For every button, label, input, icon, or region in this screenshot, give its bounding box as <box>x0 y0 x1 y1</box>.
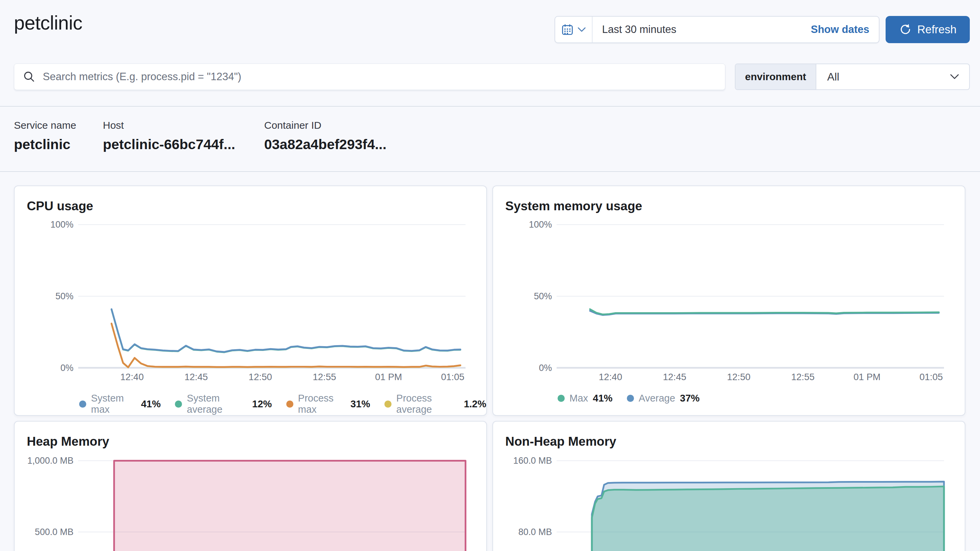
legend-dot-icon <box>79 401 86 408</box>
refresh-button[interactable]: Refresh <box>886 16 970 43</box>
quick-select-menu-button[interactable] <box>555 17 593 43</box>
y-axis-tick-label: 0% <box>60 363 73 373</box>
service-info-row: Service name petclinic Host petclinic-66… <box>14 119 387 153</box>
metrics-filter-bar: environment All <box>14 64 970 90</box>
page-title: petclinic <box>14 11 82 34</box>
x-axis-tick-label: 12:40 <box>120 372 144 382</box>
y-axis-tick-label: 50% <box>534 291 552 301</box>
legend-label: Process max <box>298 393 346 415</box>
legend-dot-icon <box>558 395 565 402</box>
environment-select-label: environment <box>735 64 816 89</box>
environment-select-value: All <box>816 71 950 83</box>
chart-panel-cpu-usage: CPU usage100%50%0%12:4012:4512:5012:5501… <box>14 185 487 416</box>
search-icon <box>23 71 35 83</box>
chart-panel-heap-memory: Heap Memory1,000.0 MB500.0 MB12:4012:451… <box>14 421 487 551</box>
service-name-value: petclinic <box>14 137 103 153</box>
series-process-max <box>111 323 460 367</box>
legend-dot-icon <box>627 395 634 402</box>
y-axis-tick-label: 100% <box>50 220 73 229</box>
section-divider <box>0 171 980 172</box>
service-name-label: Service name <box>14 119 103 131</box>
legend-value: 41% <box>141 398 161 410</box>
container-id-field: Container ID 03a82a4bef293f4... <box>264 119 387 153</box>
legend-value: 31% <box>350 398 370 410</box>
legend-value: 41% <box>593 393 612 404</box>
x-axis-tick-label: 01 PM <box>853 372 880 382</box>
refresh-button-label: Refresh <box>917 23 956 36</box>
legend-value: 12% <box>252 398 272 410</box>
legend-item-system-average[interactable]: System average12% <box>175 393 272 415</box>
date-range-picker: Last 30 minutes Show dates <box>555 16 880 43</box>
y-axis-tick-label: 160.0 MB <box>514 455 552 466</box>
series-process-average <box>111 324 460 368</box>
container-id-label: Container ID <box>264 119 387 131</box>
legend-label: Process average <box>396 393 459 415</box>
legend-label: System average <box>187 393 247 415</box>
time-range-value[interactable]: Last 30 minutes <box>593 24 811 36</box>
legend-dot-icon <box>286 401 293 408</box>
legend-dot-icon <box>384 401 391 408</box>
legend-dot-icon <box>175 401 182 408</box>
series-system-average <box>111 309 460 352</box>
x-axis-tick-label: 12:55 <box>791 372 815 382</box>
legend-label: System max <box>91 393 136 415</box>
x-axis-tick-label: 12:45 <box>663 372 686 382</box>
charts-grid: CPU usage100%50%0%12:4012:4512:5012:5501… <box>14 185 966 551</box>
x-axis-tick-label: 12:40 <box>599 372 622 382</box>
chart-title: System memory usage <box>505 199 642 213</box>
chart-title: Heap Memory <box>27 435 109 449</box>
host-label: Host <box>103 119 264 131</box>
legend-item-process-max[interactable]: Process max31% <box>286 393 371 415</box>
series-series-pink <box>114 461 466 551</box>
calendar-icon <box>561 23 574 36</box>
legend-item-process-average[interactable]: Process average1.2% <box>384 393 486 415</box>
legend-item-system-max[interactable]: System max41% <box>79 393 161 415</box>
chart-title: CPU usage <box>27 199 93 213</box>
section-divider <box>0 106 980 107</box>
y-axis-tick-label: 80.0 MB <box>518 527 552 537</box>
legend-item-average[interactable]: Average37% <box>627 393 700 404</box>
time-controls: Last 30 minutes Show dates Refresh <box>555 16 970 43</box>
chart-title: Non-Heap Memory <box>505 435 616 449</box>
refresh-icon <box>899 23 912 36</box>
x-axis-tick-label: 12:45 <box>185 372 208 382</box>
x-axis-tick-label: 01:05 <box>920 372 943 382</box>
chart-legend: Max41%Average37% <box>558 393 700 404</box>
chart-plot-area[interactable]: 100%50%0%12:4012:4512:5012:5501 PM01:05 <box>14 186 486 415</box>
legend-label: Max <box>570 393 588 404</box>
chart-panel-system-memory-usage: System memory usage100%50%0%12:4012:4512… <box>492 185 966 416</box>
chart-panel-non-heap-memory: Non-Heap Memory160.0 MB80.0 MB12:4012:45… <box>492 421 966 551</box>
series-system-max <box>111 309 460 352</box>
x-axis-tick-label: 12:50 <box>248 372 272 382</box>
series-series-green <box>592 486 944 551</box>
apm-service-metrics-page: petclinic Last 30 minutes <box>0 0 980 551</box>
legend-value: 1.2% <box>464 398 486 410</box>
legend-item-max[interactable]: Max41% <box>558 393 612 404</box>
x-axis-tick-label: 01:05 <box>441 372 465 382</box>
search-box <box>14 64 725 90</box>
service-name-field: Service name petclinic <box>14 119 103 153</box>
host-field: Host petclinic-66bc744f... <box>103 119 264 153</box>
x-axis-tick-label: 12:50 <box>727 372 751 382</box>
chart-plot-area[interactable]: 100%50%0%12:4012:4512:5012:5501 PM01:05 <box>493 186 965 415</box>
chevron-down-icon <box>577 27 586 33</box>
y-axis-tick-label: 500.0 MB <box>35 527 74 537</box>
y-axis-tick-label: 50% <box>55 291 73 301</box>
container-id-value: 03a82a4bef293f4... <box>264 137 387 153</box>
search-metrics-input[interactable] <box>42 70 716 83</box>
y-axis-tick-label: 0% <box>539 363 552 373</box>
y-axis-tick-label: 100% <box>529 220 552 229</box>
legend-value: 37% <box>680 393 700 404</box>
show-dates-link[interactable]: Show dates <box>811 24 879 36</box>
environment-select[interactable]: environment All <box>735 64 970 90</box>
chart-legend: System max41%System average12%Process ma… <box>79 393 486 415</box>
y-axis-tick-label: 1,000.0 MB <box>27 455 73 466</box>
chevron-down-icon <box>950 73 969 80</box>
x-axis-tick-label: 12:55 <box>313 372 336 382</box>
legend-label: Average <box>639 393 675 404</box>
x-axis-tick-label: 01 PM <box>375 372 402 382</box>
host-value: petclinic-66bc744f... <box>103 137 264 153</box>
